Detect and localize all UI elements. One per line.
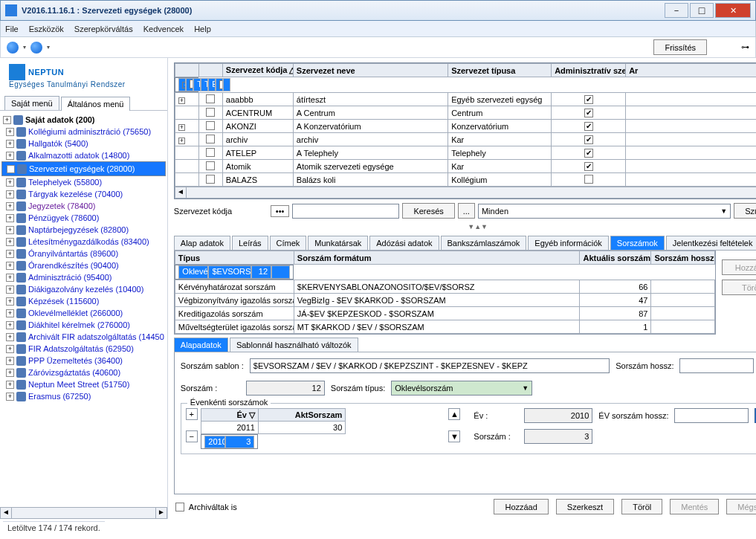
- tree-item[interactable]: +Létesítménygazdálkodás (83400): [1, 236, 166, 248]
- tree-item[interactable]: +FIR Adatszolgáltatás (62950): [1, 343, 166, 355]
- grid-row[interactable]: +aaabbbátírtesztEgyéb szervezeti egység✔: [175, 93, 756, 106]
- tree-item[interactable]: +Adminisztráció (95400): [1, 271, 166, 283]
- filter-dots-button[interactable]: •••: [271, 205, 290, 217]
- tree-item[interactable]: +Diákigazolvány kezelés (10400): [1, 283, 166, 295]
- side-del-button[interactable]: Töröl: [722, 280, 756, 295]
- tree-item[interactable]: +Pénzügyek (78600): [1, 212, 166, 224]
- spin-down[interactable]: ▼: [448, 430, 460, 442]
- nav-fwd-drop[interactable]: ▾: [47, 44, 50, 51]
- filter-button[interactable]: Szűrés: [734, 203, 756, 219]
- tree-item[interactable]: +Órarendkészítés (90400): [1, 259, 166, 271]
- tree-item[interactable]: +Naptárbejegyzések (82800): [1, 224, 166, 236]
- sorszam-row[interactable]: Oklevélsorszám$EVSORSZAM / $EV / $KARKOD…: [175, 265, 294, 280]
- edit-button[interactable]: Szerkeszt: [556, 499, 614, 514]
- grid-scroll-left[interactable]: ◄: [175, 187, 187, 199]
- tree-item[interactable]: +Archivált FIR adatszolgáltatás (14450: [1, 331, 166, 343]
- archived-checkbox[interactable]: [175, 503, 184, 511]
- type-field[interactable]: Oklevélsorszám▼: [391, 381, 532, 396]
- detail-tab[interactable]: Munkatársak: [308, 236, 368, 250]
- detail-tab[interactable]: Adózási adatok: [369, 236, 439, 250]
- splitter[interactable]: ▼▲▼: [174, 222, 756, 231]
- menu-help[interactable]: Help: [194, 25, 211, 33]
- del-button[interactable]: Töröl: [621, 499, 662, 514]
- spin-up[interactable]: ▲: [448, 408, 460, 420]
- grid-row[interactable]: ATELEPA TelephelyTelephely✔: [175, 146, 756, 160]
- sorszam-row[interactable]: Végbizonyítvány igazolás sorszámVegBizIg…: [175, 294, 715, 307]
- row-checkbox[interactable]: [206, 135, 215, 143]
- row-checkbox[interactable]: [206, 161, 215, 170]
- row-checkbox[interactable]: [206, 94, 215, 103]
- year-field[interactable]: 2010: [524, 408, 592, 423]
- detail-tab[interactable]: Jelentkezési feltételek: [666, 236, 756, 250]
- tree-item[interactable]: +Erasmus (67250): [1, 390, 166, 402]
- save-button[interactable]: Mentés: [670, 499, 719, 514]
- low-tab-vars[interactable]: Sablonnál használható változók: [230, 338, 358, 352]
- tree-item[interactable]: +Óranyilvántartás (89600): [1, 248, 166, 259]
- nav-back-icon[interactable]: [7, 42, 19, 54]
- menu-favs[interactable]: Kedvencek: [143, 25, 184, 33]
- filter-select[interactable]: Minden▼: [478, 204, 731, 219]
- org-grid[interactable]: Szervezet kódja △Szervezet neveSzervezet…: [175, 63, 756, 187]
- tree-item[interactable]: +Szervezeti egységek (28000): [1, 161, 166, 176]
- tree-item[interactable]: +Kollégiumi adminisztráció (75650): [1, 126, 166, 138]
- maximize-button[interactable]: □: [690, 3, 714, 18]
- pin-icon[interactable]: ⊶: [741, 42, 749, 52]
- yearlen-field[interactable]: [674, 408, 749, 423]
- row-checkbox[interactable]: [206, 148, 215, 157]
- len-field[interactable]: [679, 358, 754, 373]
- tree-item[interactable]: +Alkalmazotti adatok (14800): [1, 149, 166, 161]
- tmpl-field[interactable]: $EVSORSZAM / $EV / $KARKOD / $KEPZSZINT …: [250, 358, 610, 373]
- detail-tab[interactable]: Egyéb információk: [528, 236, 609, 250]
- row-checkbox[interactable]: [206, 108, 215, 117]
- tree-item[interactable]: +Diákhitel kérelmek (276000): [1, 319, 166, 331]
- nav-fwd-icon[interactable]: [30, 42, 42, 54]
- sorszam-row[interactable]: Kérvényhatározat sorszám$KERVENYSABLONAZ…: [175, 280, 715, 294]
- nav-back-drop[interactable]: ▾: [23, 44, 26, 51]
- detail-tab[interactable]: Bankszámlaszámok: [441, 236, 527, 250]
- ysnum-field[interactable]: 3: [524, 429, 592, 444]
- tree-scroll-left[interactable]: ◄: [0, 507, 12, 519]
- year-grid[interactable]: Év ▽AktSorszam20113020103: [201, 408, 346, 449]
- tree-item[interactable]: +Záróvizsgáztatás (40600): [1, 367, 166, 378]
- tree-item[interactable]: +PPP Üzemeltetés (36400): [1, 355, 166, 367]
- grid-row[interactable]: BALAZSBalázs koliKollégium: [175, 173, 756, 187]
- cancel-button[interactable]: Mégsem: [726, 499, 756, 514]
- grid-row[interactable]: +archivarchivKar✔: [175, 133, 756, 146]
- tree-item[interactable]: +Telephelyek (55800): [1, 176, 166, 188]
- detail-tab[interactable]: Sorszámok: [610, 236, 665, 250]
- search-button[interactable]: Keresés: [402, 203, 454, 219]
- tree-scroll-right[interactable]: ►: [155, 507, 167, 519]
- tree-item[interactable]: +Oklevélmelléklet (266000): [1, 307, 166, 319]
- num-field[interactable]: 12: [246, 381, 325, 396]
- grid-row[interactable]: AtomikAtomik szervezeti egységeKar✔: [175, 160, 756, 173]
- tree-item[interactable]: +Neptun Meet Street (51750): [1, 378, 166, 390]
- year-row[interactable]: 201130: [201, 422, 346, 434]
- refresh-button[interactable]: Frissítés: [653, 39, 707, 55]
- detail-tab[interactable]: Címek: [270, 236, 307, 250]
- sorszam-grid[interactable]: TípusSorszám formátumAktuális sorszámSor…: [175, 251, 716, 334]
- nav-tree[interactable]: +Saját adatok (200)+Kollégiumi adminiszt…: [0, 111, 167, 507]
- tree-item[interactable]: +Tárgyak kezelése (70400): [1, 188, 166, 200]
- grid-row[interactable]: +AKONZIA KonzervatóriumKonzervatórium✔: [175, 120, 756, 133]
- left-tab-general[interactable]: Általános menü: [61, 97, 131, 111]
- tree-item[interactable]: +Hallgatók (5400): [1, 138, 166, 149]
- close-button[interactable]: ✕: [715, 3, 751, 18]
- sorszam-row[interactable]: Műveltségterület igazolás sorszámMT $KAR…: [175, 320, 715, 334]
- menu-file[interactable]: File: [5, 25, 19, 33]
- minimize-button[interactable]: −: [665, 3, 688, 18]
- menu-roles[interactable]: Szerepkörváltás: [74, 25, 133, 33]
- left-tab-own[interactable]: Saját menü: [4, 96, 59, 110]
- tree-item[interactable]: +Képzések (115600): [1, 295, 166, 307]
- grid-row[interactable]: -TETeszt EgyetemEgyetem✔: [175, 77, 198, 92]
- year-add-button[interactable]: +: [186, 408, 198, 420]
- more-button[interactable]: ...: [458, 203, 475, 219]
- grid-row[interactable]: ACENTRUMA CentrumCentrum✔: [175, 106, 756, 120]
- menu-tools[interactable]: Eszközök: [29, 25, 64, 33]
- side-add-button[interactable]: Hozzáad: [722, 259, 756, 275]
- row-checkbox[interactable]: [206, 121, 215, 130]
- low-tab-alap[interactable]: Alapadatok: [174, 338, 228, 352]
- filter-input[interactable]: [292, 204, 399, 219]
- year-del-button[interactable]: −: [186, 430, 198, 442]
- detail-tab[interactable]: Alap adatok: [174, 236, 230, 250]
- tree-item[interactable]: +Jegyzetek (78400): [1, 200, 166, 212]
